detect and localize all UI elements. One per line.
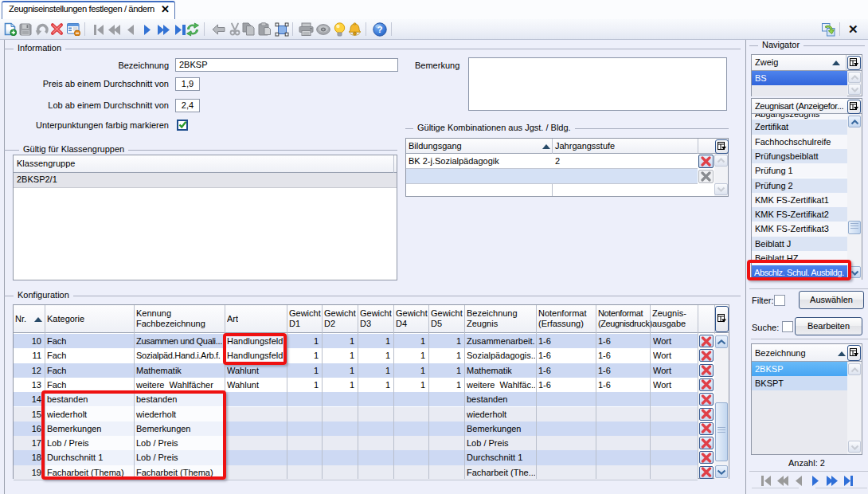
svg-text:?: ? [377,25,382,34]
